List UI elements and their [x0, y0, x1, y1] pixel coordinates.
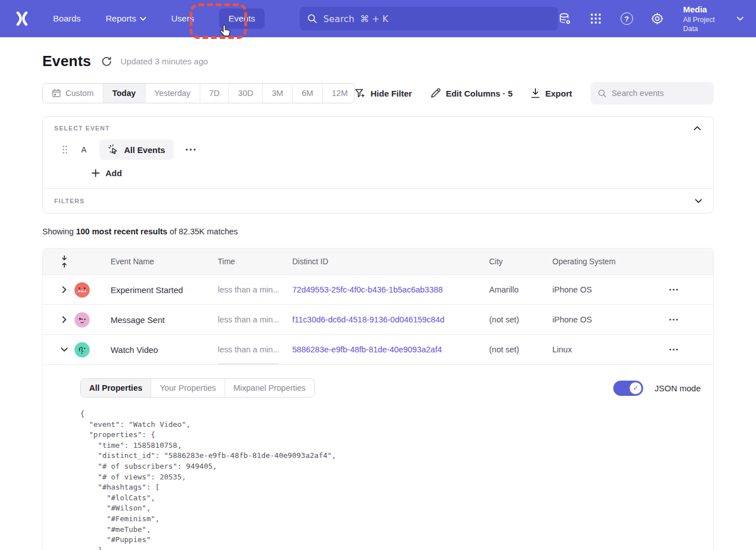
date-option-7d[interactable]: 7D	[200, 84, 229, 103]
project-scope: All Project Data	[683, 15, 731, 34]
date-option-6m[interactable]: 6M	[292, 84, 322, 103]
table-row[interactable]: Message Sent less than a min... f11c30d6…	[43, 304, 713, 334]
column-header-event-name: Event Name	[97, 257, 204, 266]
ellipsis-icon	[186, 149, 196, 151]
collapse-all-icon[interactable]	[54, 255, 74, 268]
search-events-input[interactable]	[612, 89, 706, 98]
settings-gear-icon[interactable]	[650, 11, 664, 26]
nav-right: ? Media All Project Data	[558, 4, 744, 33]
table-tools: Hide Filter Edit Columns · 5 Export	[355, 82, 714, 104]
date-option-30d[interactable]: 30D	[228, 84, 262, 103]
chevron-right-icon	[62, 316, 67, 323]
clause-letter: A	[81, 145, 89, 154]
pencil-icon	[430, 88, 441, 98]
date-range-control: Custom Today Yesterday 7D 30D 3M 6M 12M	[42, 83, 355, 103]
date-option-3m[interactable]: 3M	[262, 84, 292, 103]
apps-grid-icon[interactable]	[589, 11, 603, 26]
collapse-section-button[interactable]	[693, 125, 702, 132]
export-button[interactable]: Export	[531, 88, 572, 98]
cell-event-name: Watch Video	[97, 345, 204, 355]
event-selector-button[interactable]: All Events	[99, 139, 174, 160]
ellipsis-icon	[669, 348, 678, 351]
top-nav: Boards Reports Users Events	[0, 0, 756, 37]
date-option-custom[interactable]: Custom	[43, 84, 103, 103]
event-avatar	[74, 342, 90, 357]
cell-time: less than a min...	[204, 305, 279, 334]
nav-item-events[interactable]: Events	[219, 8, 265, 29]
toggle-check-icon: ✓	[630, 382, 641, 394]
global-search-input[interactable]	[323, 14, 550, 24]
project-name: Media	[683, 4, 731, 15]
help-icon[interactable]: ?	[619, 11, 634, 26]
drag-handle[interactable]	[62, 145, 68, 154]
chevron-down-icon	[61, 347, 68, 352]
column-header-distinct-id: Distinct ID	[279, 257, 476, 266]
cell-city: (not set)	[476, 345, 539, 354]
tab-your-properties[interactable]: Your Properties	[151, 379, 224, 397]
column-header-time: Time	[204, 257, 279, 266]
date-option-yesterday[interactable]: Yesterday	[145, 84, 200, 103]
mixpanel-logo[interactable]	[12, 9, 32, 28]
row-options-button[interactable]	[654, 289, 702, 291]
ellipsis-icon	[669, 318, 678, 321]
clause-options-button[interactable]	[183, 146, 198, 153]
chevron-down-icon	[737, 16, 744, 21]
expand-row-button[interactable]	[54, 286, 74, 293]
edit-columns-button[interactable]: Edit Columns · 5	[430, 88, 512, 98]
events-page: Boards Reports Users Events	[0, 0, 756, 550]
expand-row-button[interactable]	[54, 316, 74, 323]
column-header-city: City	[476, 257, 539, 266]
cell-distinct-id-link[interactable]: f11c30d6-dc6d-4518-9136-0d046159c84d	[279, 315, 476, 324]
refresh-button[interactable]	[102, 56, 112, 67]
select-event-label: SELECT EVENT	[54, 125, 110, 132]
chevron-down-icon	[140, 17, 146, 21]
page-header: Events Updated 3 minutes ago	[42, 53, 714, 70]
chevron-up-icon	[694, 126, 701, 130]
cell-distinct-id-link[interactable]: 72d49553-25fc-4f0c-b436-1b5ac6ab3388	[279, 285, 476, 294]
cell-os: Linux	[539, 345, 654, 354]
date-option-today[interactable]: Today	[103, 84, 145, 103]
global-search	[300, 7, 558, 30]
table-row[interactable]: Experiment Started less than a min... 72…	[43, 274, 713, 304]
data-management-icon[interactable]	[558, 11, 572, 26]
add-event-button[interactable]: Add	[91, 167, 702, 179]
tab-all-properties[interactable]: All Properties	[81, 379, 151, 397]
search-icon	[598, 89, 606, 98]
page-title: Events	[42, 53, 91, 70]
search-icon	[307, 14, 317, 24]
last-updated-text: Updated 3 minutes ago	[120, 56, 208, 66]
hide-filter-button[interactable]: Hide Filter	[355, 89, 412, 98]
plus-icon	[91, 169, 100, 177]
row-options-button[interactable]	[654, 318, 702, 321]
json-mode-label: JSON mode	[654, 383, 701, 393]
chevron-down-icon	[695, 199, 702, 203]
date-option-12m[interactable]: 12M	[322, 84, 355, 103]
json-mode-toggle[interactable]: ✓	[613, 381, 643, 396]
download-icon	[531, 88, 540, 98]
search-events-box	[591, 82, 714, 104]
event-detail-panel: All Properties Your Properties Mixpanel …	[43, 364, 713, 550]
tab-mixpanel-properties[interactable]: Mixpanel Properties	[225, 379, 314, 397]
project-switcher[interactable]: Media All Project Data	[683, 4, 744, 33]
cell-time: less than a min...	[204, 335, 279, 364]
filter-icon	[355, 89, 366, 98]
nav-item-users[interactable]: Users	[171, 14, 194, 24]
cell-event-name: Message Sent	[97, 315, 204, 325]
event-avatar	[74, 312, 90, 328]
nav-item-boards[interactable]: Boards	[53, 14, 81, 24]
event-json-view: { "event": "Watch Video", "properties": …	[80, 409, 701, 550]
events-table: Event Name Time Distinct ID City Operati…	[42, 248, 714, 550]
filters-section-header[interactable]: FILTERS	[43, 188, 713, 213]
properties-tabs: All Properties Your Properties Mixpanel …	[80, 378, 315, 398]
row-options-button[interactable]	[654, 348, 702, 351]
query-builder-panel: SELECT EVENT A	[42, 116, 714, 213]
table-row-expanded[interactable]: Watch Video less than a min... 5886283e-…	[43, 334, 713, 364]
table-header-row: Event Name Time Distinct ID City Operati…	[43, 248, 713, 274]
cell-os: iPhone OS	[539, 285, 654, 294]
collapse-row-button[interactable]	[54, 347, 74, 352]
calendar-icon	[52, 89, 61, 98]
nav-item-reports[interactable]: Reports	[106, 14, 146, 24]
cell-distinct-id-link[interactable]: 5886283e-e9fb-48fb-81de-40e9093a2af4	[279, 345, 476, 354]
event-clause-row: A All Events	[54, 139, 702, 160]
nav-links: Boards Reports Users Events	[53, 8, 265, 29]
